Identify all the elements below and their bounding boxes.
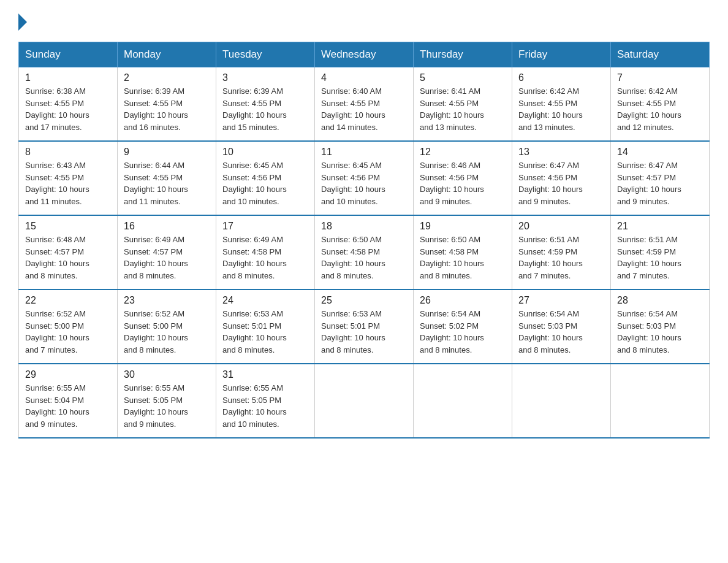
calendar-cell: 16 Sunrise: 6:49 AMSunset: 4:57 PMDaylig… — [118, 215, 216, 289]
calendar-cell: 23 Sunrise: 6:52 AMSunset: 5:00 PMDaylig… — [118, 289, 216, 364]
page-header — [18, 12, 710, 31]
day-info: Sunrise: 6:50 AMSunset: 4:58 PMDaylight:… — [420, 234, 506, 282]
weekday-header-tuesday: Tuesday — [216, 42, 315, 67]
day-info: Sunrise: 6:43 AMSunset: 4:55 PMDaylight:… — [25, 159, 111, 207]
calendar-cell: 31 Sunrise: 6:55 AMSunset: 5:05 PMDaylig… — [216, 364, 315, 438]
calendar-cell — [512, 364, 611, 438]
day-number: 17 — [222, 221, 308, 232]
day-number: 9 — [124, 147, 210, 158]
day-info: Sunrise: 6:51 AMSunset: 4:59 PMDaylight:… — [617, 234, 703, 282]
day-number: 1 — [25, 72, 111, 83]
calendar-cell: 27 Sunrise: 6:54 AMSunset: 5:03 PMDaylig… — [512, 289, 611, 364]
day-number: 29 — [25, 369, 111, 380]
calendar-cell: 4 Sunrise: 6:40 AMSunset: 4:55 PMDayligh… — [315, 67, 414, 142]
calendar-cell: 25 Sunrise: 6:53 AMSunset: 5:01 PMDaylig… — [315, 289, 414, 364]
calendar-cell: 11 Sunrise: 6:45 AMSunset: 4:56 PMDaylig… — [315, 141, 414, 215]
calendar-cell: 20 Sunrise: 6:51 AMSunset: 4:59 PMDaylig… — [512, 215, 611, 289]
calendar-cell: 24 Sunrise: 6:53 AMSunset: 5:01 PMDaylig… — [216, 289, 315, 364]
day-number: 27 — [518, 295, 604, 306]
day-number: 11 — [321, 147, 407, 158]
weekday-header-row: SundayMondayTuesdayWednesdayThursdayFrid… — [19, 42, 710, 67]
day-number: 22 — [25, 295, 111, 306]
day-info: Sunrise: 6:48 AMSunset: 4:57 PMDaylight:… — [25, 234, 111, 282]
weekday-header-monday: Monday — [118, 42, 216, 67]
day-number: 23 — [124, 295, 210, 306]
day-info: Sunrise: 6:53 AMSunset: 5:01 PMDaylight:… — [321, 308, 407, 356]
calendar-cell: 8 Sunrise: 6:43 AMSunset: 4:55 PMDayligh… — [19, 141, 118, 215]
calendar-cell: 19 Sunrise: 6:50 AMSunset: 4:58 PMDaylig… — [414, 215, 512, 289]
day-info: Sunrise: 6:38 AMSunset: 4:55 PMDaylight:… — [25, 85, 111, 133]
calendar-table: SundayMondayTuesdayWednesdayThursdayFrid… — [18, 42, 710, 439]
day-info: Sunrise: 6:55 AMSunset: 5:05 PMDaylight:… — [124, 382, 210, 430]
day-info: Sunrise: 6:52 AMSunset: 5:00 PMDaylight:… — [124, 308, 210, 356]
day-number: 26 — [420, 295, 506, 306]
calendar-week-row: 29 Sunrise: 6:55 AMSunset: 5:04 PMDaylig… — [19, 364, 710, 438]
day-number: 5 — [420, 72, 506, 83]
day-number: 24 — [222, 295, 308, 306]
day-info: Sunrise: 6:42 AMSunset: 4:55 PMDaylight:… — [617, 85, 703, 133]
weekday-header-friday: Friday — [512, 42, 611, 67]
day-number: 3 — [222, 72, 308, 83]
day-info: Sunrise: 6:54 AMSunset: 5:03 PMDaylight:… — [518, 308, 604, 356]
day-info: Sunrise: 6:45 AMSunset: 4:56 PMDaylight:… — [321, 159, 407, 207]
calendar-cell: 2 Sunrise: 6:39 AMSunset: 4:55 PMDayligh… — [118, 67, 216, 142]
day-info: Sunrise: 6:46 AMSunset: 4:56 PMDaylight:… — [420, 159, 506, 207]
calendar-cell — [611, 364, 710, 438]
day-number: 8 — [25, 147, 111, 158]
day-number: 19 — [420, 221, 506, 232]
day-info: Sunrise: 6:39 AMSunset: 4:55 PMDaylight:… — [124, 85, 210, 133]
calendar-week-row: 15 Sunrise: 6:48 AMSunset: 4:57 PMDaylig… — [19, 215, 710, 289]
day-number: 20 — [518, 221, 604, 232]
logo — [18, 12, 27, 31]
day-info: Sunrise: 6:52 AMSunset: 5:00 PMDaylight:… — [25, 308, 111, 356]
day-info: Sunrise: 6:54 AMSunset: 5:03 PMDaylight:… — [617, 308, 703, 356]
day-info: Sunrise: 6:45 AMSunset: 4:56 PMDaylight:… — [222, 159, 308, 207]
calendar-week-row: 8 Sunrise: 6:43 AMSunset: 4:55 PMDayligh… — [19, 141, 710, 215]
day-info: Sunrise: 6:49 AMSunset: 4:58 PMDaylight:… — [222, 234, 308, 282]
weekday-header-saturday: Saturday — [611, 42, 710, 67]
day-number: 28 — [617, 295, 703, 306]
weekday-header-sunday: Sunday — [19, 42, 118, 67]
calendar-cell: 5 Sunrise: 6:41 AMSunset: 4:55 PMDayligh… — [414, 67, 512, 142]
day-number: 12 — [420, 147, 506, 158]
calendar-week-row: 1 Sunrise: 6:38 AMSunset: 4:55 PMDayligh… — [19, 67, 710, 142]
day-info: Sunrise: 6:47 AMSunset: 4:56 PMDaylight:… — [518, 159, 604, 207]
day-info: Sunrise: 6:39 AMSunset: 4:55 PMDaylight:… — [222, 85, 308, 133]
calendar-cell: 3 Sunrise: 6:39 AMSunset: 4:55 PMDayligh… — [216, 67, 315, 142]
calendar-cell — [414, 364, 512, 438]
day-number: 18 — [321, 221, 407, 232]
day-number: 13 — [518, 147, 604, 158]
calendar-cell: 7 Sunrise: 6:42 AMSunset: 4:55 PMDayligh… — [611, 67, 710, 142]
weekday-header-thursday: Thursday — [414, 42, 512, 67]
day-info: Sunrise: 6:49 AMSunset: 4:57 PMDaylight:… — [124, 234, 210, 282]
day-info: Sunrise: 6:40 AMSunset: 4:55 PMDaylight:… — [321, 85, 407, 133]
day-number: 15 — [25, 221, 111, 232]
logo-arrow-icon — [18, 13, 27, 31]
day-number: 10 — [222, 147, 308, 158]
calendar-cell: 29 Sunrise: 6:55 AMSunset: 5:04 PMDaylig… — [19, 364, 118, 438]
day-number: 30 — [124, 369, 210, 380]
calendar-cell: 1 Sunrise: 6:38 AMSunset: 4:55 PMDayligh… — [19, 67, 118, 142]
day-info: Sunrise: 6:50 AMSunset: 4:58 PMDaylight:… — [321, 234, 407, 282]
day-info: Sunrise: 6:47 AMSunset: 4:57 PMDaylight:… — [617, 159, 703, 207]
day-info: Sunrise: 6:42 AMSunset: 4:55 PMDaylight:… — [518, 85, 604, 133]
day-number: 7 — [617, 72, 703, 83]
day-number: 14 — [617, 147, 703, 158]
day-info: Sunrise: 6:53 AMSunset: 5:01 PMDaylight:… — [222, 308, 308, 356]
calendar-cell: 14 Sunrise: 6:47 AMSunset: 4:57 PMDaylig… — [611, 141, 710, 215]
day-info: Sunrise: 6:51 AMSunset: 4:59 PMDaylight:… — [518, 234, 604, 282]
day-number: 2 — [124, 72, 210, 83]
calendar-cell: 30 Sunrise: 6:55 AMSunset: 5:05 PMDaylig… — [118, 364, 216, 438]
day-info: Sunrise: 6:55 AMSunset: 5:05 PMDaylight:… — [222, 382, 308, 430]
calendar-cell: 6 Sunrise: 6:42 AMSunset: 4:55 PMDayligh… — [512, 67, 611, 142]
calendar-cell: 15 Sunrise: 6:48 AMSunset: 4:57 PMDaylig… — [19, 215, 118, 289]
calendar-cell: 28 Sunrise: 6:54 AMSunset: 5:03 PMDaylig… — [611, 289, 710, 364]
day-number: 21 — [617, 221, 703, 232]
day-number: 4 — [321, 72, 407, 83]
day-info: Sunrise: 6:54 AMSunset: 5:02 PMDaylight:… — [420, 308, 506, 356]
calendar-cell: 17 Sunrise: 6:49 AMSunset: 4:58 PMDaylig… — [216, 215, 315, 289]
calendar-cell: 9 Sunrise: 6:44 AMSunset: 4:55 PMDayligh… — [118, 141, 216, 215]
day-info: Sunrise: 6:44 AMSunset: 4:55 PMDaylight:… — [124, 159, 210, 207]
day-number: 31 — [222, 369, 308, 380]
calendar-cell: 21 Sunrise: 6:51 AMSunset: 4:59 PMDaylig… — [611, 215, 710, 289]
